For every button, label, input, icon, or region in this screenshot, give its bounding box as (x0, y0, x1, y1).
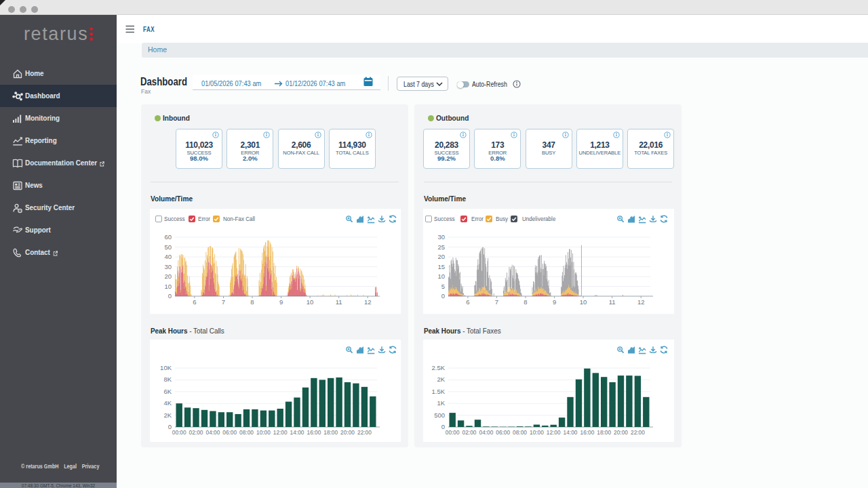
svg-text:10K: 10K (160, 364, 172, 371)
svg-text:02:00: 02:00 (189, 429, 203, 436)
svg-text:25: 25 (437, 243, 445, 251)
svg-text:8: 8 (524, 298, 527, 306)
svg-text:11: 11 (336, 298, 342, 306)
svg-text:12:00: 12:00 (273, 429, 288, 436)
svg-text:22:00: 22:00 (631, 429, 645, 436)
svg-text:06:00: 06:00 (496, 429, 510, 436)
svg-text:18:00: 18:00 (323, 429, 338, 436)
svg-text:6K: 6K (163, 388, 172, 395)
svg-text:2K: 2K (437, 375, 445, 383)
svg-text:08:00: 08:00 (513, 429, 527, 436)
svg-text:20:00: 20:00 (340, 429, 355, 436)
svg-text:5: 5 (441, 283, 445, 290)
svg-text:04:00: 04:00 (206, 429, 220, 436)
svg-text:02:00: 02:00 (462, 429, 477, 436)
svg-text:10: 10 (580, 298, 587, 306)
svg-text:20:00: 20:00 (614, 429, 628, 436)
svg-text:00:00: 00:00 (446, 429, 460, 436)
svg-text:06:00: 06:00 (222, 429, 237, 436)
svg-text:0: 0 (168, 423, 172, 430)
svg-text:16:00: 16:00 (580, 429, 595, 436)
svg-text:00:00: 00:00 (172, 429, 186, 436)
svg-text:22:00: 22:00 (357, 429, 372, 436)
svg-text:50: 50 (164, 243, 172, 251)
svg-text:20: 20 (437, 253, 445, 260)
svg-text:6: 6 (466, 298, 469, 306)
svg-text:18:00: 18:00 (597, 429, 611, 436)
svg-text:6: 6 (193, 298, 196, 306)
svg-text:500: 500 (434, 411, 445, 419)
svg-text:12: 12 (637, 298, 645, 306)
svg-text:7: 7 (495, 298, 498, 306)
svg-text:15: 15 (437, 263, 445, 270)
svg-text:2.5K: 2.5K (431, 364, 445, 371)
svg-text:7: 7 (222, 298, 225, 306)
svg-text:10: 10 (437, 272, 445, 280)
svg-text:14:00: 14:00 (564, 429, 578, 436)
svg-text:0: 0 (441, 292, 445, 300)
svg-text:10: 10 (307, 298, 314, 306)
svg-text:10:00: 10:00 (256, 429, 271, 436)
svg-text:9: 9 (279, 298, 283, 306)
svg-text:10: 10 (164, 283, 172, 290)
svg-text:1K: 1K (437, 399, 445, 407)
svg-text:8: 8 (250, 298, 254, 306)
svg-text:11: 11 (609, 298, 616, 306)
svg-text:10:00: 10:00 (530, 429, 544, 436)
svg-text:12:00: 12:00 (547, 429, 561, 436)
svg-text:16:00: 16:00 (307, 429, 321, 436)
svg-text:30: 30 (437, 233, 445, 241)
svg-text:12: 12 (364, 298, 372, 306)
svg-text:8K: 8K (163, 375, 172, 383)
svg-text:40: 40 (164, 253, 172, 260)
svg-text:60: 60 (164, 233, 172, 241)
svg-text:14:00: 14:00 (290, 429, 304, 436)
svg-text:9: 9 (553, 298, 556, 306)
svg-text:1.5K: 1.5K (431, 388, 445, 395)
svg-text:0: 0 (441, 423, 445, 430)
svg-text:30: 30 (164, 263, 172, 270)
svg-text:4K: 4K (163, 399, 172, 407)
svg-text:08:00: 08:00 (239, 429, 254, 436)
svg-text:20: 20 (164, 272, 172, 280)
svg-text:2K: 2K (163, 411, 172, 419)
svg-text:04:00: 04:00 (479, 429, 494, 436)
svg-text:0: 0 (168, 292, 172, 300)
